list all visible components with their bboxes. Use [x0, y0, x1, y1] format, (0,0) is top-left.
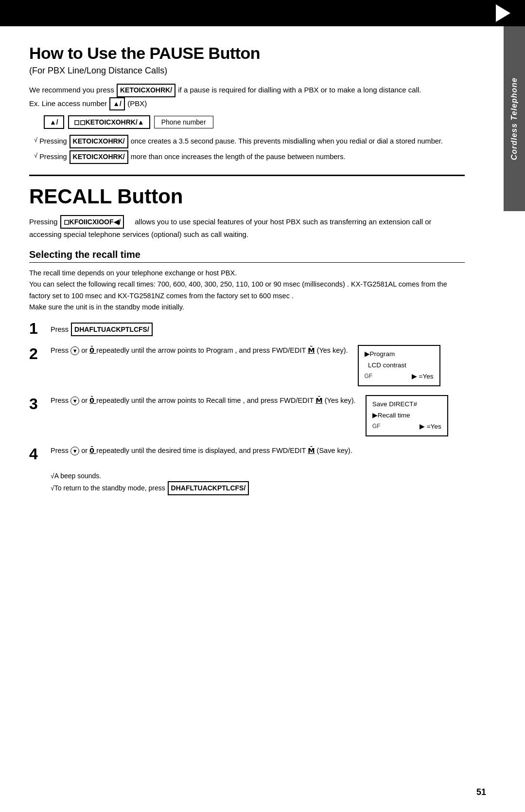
pbx-key-box: ▲/: [109, 97, 125, 111]
recall-intro-pre: Pressing: [29, 217, 57, 226]
step-2-display-line2: LCD contrast: [365, 360, 434, 371]
recall-title: RECALL Button: [29, 185, 465, 208]
step-2-display-line3: GF ▶ =Yes: [365, 371, 434, 382]
sidebar-tab: Cordless Telephone: [504, 26, 525, 211]
recall-sub-title: Selecting the recall time: [29, 249, 465, 263]
step-2-text: Press ▼ or 0̄ repeatedly until the arrow…: [51, 345, 348, 356]
step-4: 4 Press ▼ or 0̄ repeatedly until the des…: [29, 445, 465, 462]
step-2-inner: Press ▼ or 0̄ repeatedly until the arrow…: [51, 345, 465, 386]
bottom-note-1: √A beep sounds.: [51, 470, 465, 481]
page: Cordless Telephone How to Use the PAUSE …: [0, 0, 525, 812]
pause-key-box: KETOICXOHRK/: [117, 84, 175, 97]
step-3-display: Save DIRECT# ▶Recall time GF ▶ =Yes: [366, 395, 448, 436]
top-arrow-bar: [0, 0, 525, 26]
bullet-item-2: √ Pressing KETOICXOHRK/ more than once i…: [34, 150, 465, 164]
pause-key-inline-2: KETOICXOHRK/: [70, 150, 128, 164]
pause-intro-text: We recommend you press: [29, 86, 114, 94]
step-1: 1 Press DHAFLTUACKPTLCFS/: [29, 320, 465, 336]
step-3-down-key: ▼: [70, 397, 79, 405]
step-1-content: Press DHAFLTUACKPTLCFS/: [51, 320, 465, 336]
step-2-content: Press ▼ or 0̄ repeatedly until the arrow…: [51, 345, 465, 386]
pause-intro-para: We recommend you press KETOICXOHRK/ if a…: [29, 84, 465, 110]
step-3: 3 Press ▼ or 0̄ repeatedly until the arr…: [29, 395, 465, 436]
pause-key-inline-1: KETOICXOHRK/: [70, 135, 128, 148]
pause-title: How to Use the PAUSE Button: [29, 44, 465, 63]
step-4-zero-key: 0̄: [89, 447, 96, 454]
step-3-display-line0: Save DIRECT#: [372, 399, 441, 410]
step-2-zero-key: 0̄: [89, 346, 96, 354]
diagram-cell-2: ◻◻KETOICXOHRK/▲: [68, 115, 150, 129]
bullet-item-1: √ Pressing KETOICXOHRK/ once creates a 3…: [34, 135, 465, 148]
step-4-content: Press ▼ or 0̄ repeatedly until the desir…: [51, 445, 465, 456]
pbx-key-text: ▲/: [113, 100, 122, 108]
step-4-m-key: M̄: [308, 447, 315, 454]
arrow-right-icon: [496, 4, 510, 22]
recall-key-box: ◻KFOIICXIOOF◀/: [60, 215, 124, 229]
section-divider: [29, 175, 465, 176]
bottom-note-2: √To return to the standby mode, press DH…: [51, 481, 465, 495]
step-2: 2 Press ▼ or 0̄ repeatedly until the arr…: [29, 345, 465, 386]
pause-key-text: KETOICXOHRK/: [120, 86, 172, 94]
step-2-m-key: M̄: [308, 346, 315, 354]
page-number: 51: [476, 787, 486, 797]
sidebar-tab-label: Cordless Telephone: [510, 77, 519, 160]
pause-ex-line: Ex. Line access number: [29, 99, 107, 108]
step-3-zero-key: 0̄: [89, 397, 96, 404]
steps-section: 1 Press DHAFLTUACKPTLCFS/ 2 Press ▼: [29, 320, 465, 462]
step-4-down-key: ▼: [70, 447, 79, 455]
step-2-number: 2: [29, 345, 51, 361]
recall-intro-para: Pressing ◻KFOIICXIOOF◀/ allows you to us…: [29, 215, 465, 240]
pause-bullet-list: √ Pressing KETOICXOHRK/ once creates a 3…: [34, 135, 465, 163]
pbx-label: (PBX): [127, 99, 147, 108]
recall-sub-body: The recall time depends on your telephon…: [29, 268, 465, 313]
diagram-row: ▲/ ◻◻KETOICXOHRK/▲ Phone number: [44, 115, 465, 129]
diagram-cell-3: Phone number: [154, 116, 213, 128]
main-content: How to Use the PAUSE Button (For PBX Lin…: [0, 26, 504, 515]
step-2-display-line1: ▶Program: [365, 349, 434, 360]
step-1-number: 1: [29, 320, 51, 336]
diagram-cell-1: ▲/: [44, 115, 64, 129]
bottom-notes: √A beep sounds. √To return to the standb…: [51, 470, 465, 495]
step-3-inner: Press ▼ or 0̄ repeatedly until the arrow…: [51, 395, 465, 436]
step-4-number: 4: [29, 445, 51, 462]
pause-intro-middle: if a pause is required for dialling with…: [178, 86, 421, 94]
step-3-m-key: M̄: [315, 397, 322, 404]
bullet-symbol-1: √: [34, 135, 37, 148]
step-3-text: Press ▼ or 0̄ repeatedly until the arrow…: [51, 395, 356, 406]
step-3-display-line1: ▶Recall time: [372, 410, 441, 421]
step-3-content: Press ▼ or 0̄ repeatedly until the arrow…: [51, 395, 465, 436]
bullet-text-1: Pressing KETOICXOHRK/ once creates a 3.5…: [39, 135, 443, 148]
bullet-symbol-2: √: [34, 151, 37, 164]
recall-key-text: ◻KFOIICXIOOF◀/: [64, 218, 121, 226]
bottom-note-key: DHAFLTUACKPTLCFS/: [168, 481, 249, 495]
step-1-key: DHAFLTUACKPTLCFS/: [71, 323, 153, 336]
step-3-number: 3: [29, 395, 51, 412]
step-2-down-key: ▼: [70, 346, 79, 355]
step-2-display: ▶Program LCD contrast GF ▶ =Yes: [358, 345, 440, 386]
bullet-text-2: Pressing KETOICXOHRK/ more than once inc…: [39, 150, 345, 164]
pause-subtitle: (For PBX Line/Long Distance Calls): [29, 66, 465, 76]
step-3-display-line3: GF ▶ =Yes: [372, 421, 441, 433]
